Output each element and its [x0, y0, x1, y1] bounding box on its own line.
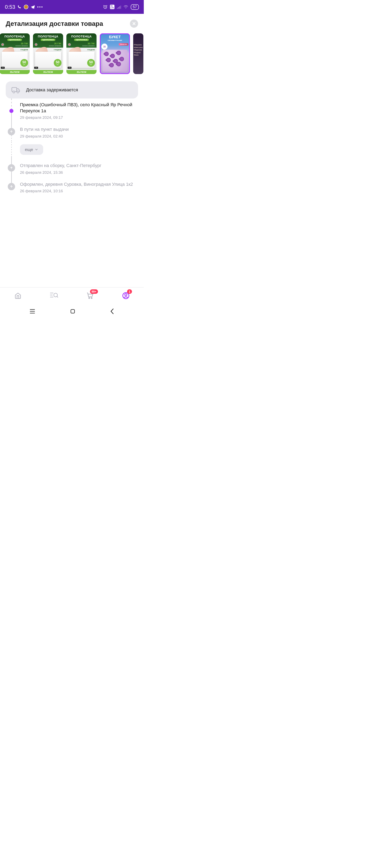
product-thumbnail[interactable]: •Ракушка •Шкатулка •Ладошка •Поднос •Ваз…: [133, 33, 143, 74]
close-button[interactable]: [130, 20, 138, 28]
arrow-up-icon: [10, 130, 13, 133]
bottom-navigation: 99+ 1: [0, 287, 144, 304]
product-thumbnail-selected[interactable]: БУКЕТ СВОИМИ РУКАМИ 15 ТРЕНД 2023: [100, 33, 130, 74]
search-list-icon: [50, 292, 58, 299]
timeline-step-date: 26 февраля 2024, 10:16: [20, 189, 138, 193]
svg-rect-9: [71, 309, 75, 313]
page-title: Детализация доставки товара: [6, 20, 103, 28]
truck-icon: [11, 86, 20, 94]
timeline-step-title: Оформлен, деревня Суровка, Виноградная У…: [20, 181, 138, 187]
svg-point-8: [125, 293, 127, 296]
timeline-past-dot-icon: [8, 164, 15, 172]
svg-point-5: [89, 298, 90, 299]
delivery-status-text: Доставка задерживается: [26, 87, 78, 93]
trend-badge: ТРЕНД 2023: [119, 43, 128, 45]
alarm-icon: [103, 5, 108, 9]
nav-cart[interactable]: 99+: [82, 290, 98, 301]
avatar-icon: [24, 5, 28, 9]
more-icon: •••: [37, 5, 44, 9]
timeline-step-date: 29 февраля 2024, 02:40: [20, 134, 138, 138]
nav-search[interactable]: [46, 290, 62, 301]
nav-home[interactable]: [10, 290, 26, 301]
svg-point-6: [91, 298, 92, 299]
product-thumbnails[interactable]: ПОЛОТЕНЦА ОДНОРАЗОВЫЕ 35 Г/М плотность м…: [0, 30, 144, 77]
product-label: •Ракушка •Шкатулка •Ладошка •Поднос •Ваз…: [134, 43, 143, 56]
product-thumbnail[interactable]: ПОЛОТЕНЦА ОДНОРАЗОВЫЕ 35 Г/М плотность м…: [0, 33, 30, 74]
flowers-illustration: [102, 50, 128, 72]
arrow-up-icon: [10, 185, 13, 188]
product-sublabel: ОДНОРАЗОВЫЕ: [7, 39, 22, 41]
signal-icon: [117, 5, 121, 9]
telegram-icon: [30, 4, 35, 9]
timeline-current-dot-icon: [9, 109, 13, 113]
home-icon: [15, 292, 21, 299]
brand-tag: СПБ: [1, 67, 5, 69]
brand-logo-icon: [1, 43, 4, 46]
status-time: 0:53: [5, 4, 15, 10]
timeline-past-dot-icon: [8, 183, 15, 190]
arrow-up-icon: [10, 166, 13, 169]
svg-point-3: [17, 91, 19, 93]
product-weight-sub: плотность материала: [16, 45, 28, 46]
cart-badge: 99+: [90, 289, 98, 294]
profile-badge: 1: [127, 289, 132, 294]
delivery-timeline: Приемка (Ошибочный ПВЗ), село Красный Яр…: [6, 98, 138, 196]
chevron-down-icon: [35, 148, 38, 151]
product-sublabel: СВОИМИ РУКАМИ: [100, 39, 130, 41]
timeline-past-dot-icon: [8, 128, 15, 135]
back-icon[interactable]: [110, 308, 114, 314]
close-icon: [132, 21, 136, 26]
product-label: БУКЕТ: [100, 35, 130, 39]
battery-indicator: 57: [131, 4, 139, 10]
product-thumbnail[interactable]: ПОЛОТЕНЦА ОДНОРАЗОВЫЕ 35 Г/М плотность м…: [66, 33, 96, 74]
wifi-icon: [123, 5, 128, 9]
square-icon[interactable]: [70, 309, 75, 314]
timeline-step-date: 26 февраля 2024, 15:36: [20, 170, 138, 175]
menu-icon[interactable]: [30, 309, 35, 314]
product-size: 35х70СМ: [0, 70, 30, 74]
status-bar: 0:53 ••• VoLTE 57: [0, 0, 144, 14]
timeline-step-title: В пути на пункт выдачи: [20, 126, 138, 132]
product-smooth: ГЛАДКИЕ: [20, 49, 28, 51]
nav-profile[interactable]: 1: [118, 290, 134, 301]
product-weight: 35 Г/М: [21, 42, 28, 45]
product-thumbnail[interactable]: ПОЛОТЕНЦА ОДНОРАЗОВЫЕ 35 Г/М плотность м…: [33, 33, 63, 74]
svg-point-2: [13, 91, 15, 93]
timeline-step-title: Приемка (Ошибочный ПВЗ), село Красный Яр…: [20, 102, 138, 114]
phone-icon: [17, 5, 22, 9]
timeline-step-date: 29 февраля 2024, 09:17: [20, 115, 138, 120]
expand-more-button[interactable]: еще: [20, 144, 43, 155]
delivery-status-banner: Доставка задерживается: [6, 82, 138, 98]
main-sheet: Детализация доставки товара ПОЛОТЕНЦА ОД…: [0, 14, 144, 304]
more-button-label: еще: [25, 147, 33, 152]
android-navigation: [0, 304, 144, 319]
volte-icon: VoLTE: [110, 5, 114, 9]
count-badge: 50 ШТ: [20, 59, 28, 67]
product-label: ПОЛОТЕНЦА: [0, 35, 30, 38]
timeline-step-title: Отправлен на сборку, Санкт-Петербург: [20, 162, 138, 169]
count-badge: 15: [102, 43, 108, 50]
